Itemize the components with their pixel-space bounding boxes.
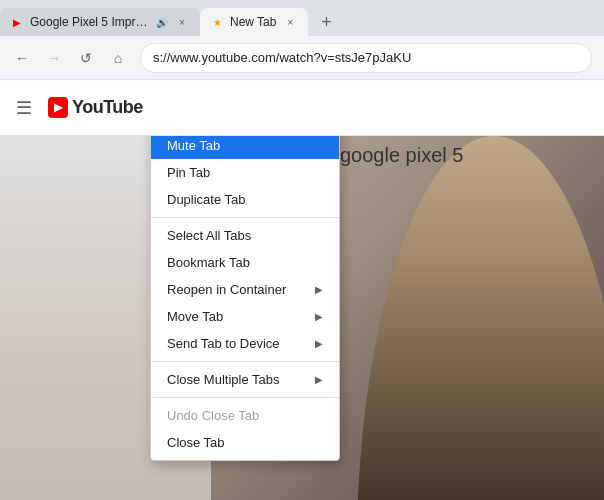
- menu-item-label-pin-tab: Pin Tab: [167, 165, 323, 180]
- menu-separator-4: [151, 217, 339, 218]
- menu-item-arrow-close-multiple: ▶: [315, 374, 323, 385]
- nav-bar: ← → ↺ ⌂ s://www.youtube.com/watch?v=stsJ…: [0, 36, 604, 80]
- menu-separator-9: [151, 361, 339, 362]
- tab-bar: ▶ Google Pixel 5 Impressions... 🔊 × ★ Ne…: [0, 0, 604, 36]
- address-bar[interactable]: s://www.youtube.com/watch?v=stsJe7pJaKU: [140, 43, 592, 73]
- back-button[interactable]: ←: [8, 44, 36, 72]
- menu-item-close-multiple[interactable]: Close Multiple Tabs▶: [151, 366, 339, 393]
- menu-item-pin-tab[interactable]: Pin Tab: [151, 159, 339, 186]
- menu-item-label-close-tab: Close Tab: [167, 435, 323, 450]
- menu-item-close-tab[interactable]: Close Tab: [151, 429, 339, 456]
- menu-item-send-tab-device[interactable]: Send Tab to Device▶: [151, 330, 339, 357]
- menu-item-label-mute-tab: Mute Tab: [167, 138, 323, 153]
- menu-item-label-close-multiple: Close Multiple Tabs: [167, 372, 315, 387]
- tab-title-new-tab: New Tab: [230, 15, 276, 29]
- tab-favicon-google-pixel: ▶: [10, 15, 24, 29]
- menu-item-label-send-tab-device: Send Tab to Device: [167, 336, 315, 351]
- tab-close-google-pixel[interactable]: ×: [174, 14, 190, 30]
- menu-item-label-select-all-tabs: Select All Tabs: [167, 228, 323, 243]
- refresh-button[interactable]: ↺: [72, 44, 100, 72]
- menu-item-label-reopen-container: Reopen in Container: [167, 282, 315, 297]
- menu-item-undo-close: Undo Close Tab: [151, 402, 339, 429]
- main-content: google pixel 5 Reload TabMute TabPin Tab…: [0, 136, 604, 500]
- menu-item-mute-tab[interactable]: Mute Tab: [151, 136, 339, 159]
- menu-item-label-duplicate-tab: Duplicate Tab: [167, 192, 323, 207]
- person-silhouette: [329, 136, 604, 500]
- page-title: google pixel 5: [340, 144, 463, 167]
- menu-item-arrow-send-tab-device: ▶: [315, 338, 323, 349]
- menu-item-label-move-tab: Move Tab: [167, 309, 315, 324]
- tab-audio-icon: 🔊: [156, 17, 168, 28]
- home-button[interactable]: ⌂: [104, 44, 132, 72]
- menu-item-bookmark-tab[interactable]: Bookmark Tab: [151, 249, 339, 276]
- youtube-logo-text: YouTube: [72, 97, 143, 118]
- hamburger-menu[interactable]: ☰: [16, 97, 32, 119]
- tab-close-new-tab[interactable]: ×: [282, 14, 298, 30]
- tab-google-pixel[interactable]: ▶ Google Pixel 5 Impressions... 🔊 ×: [0, 8, 200, 36]
- menu-item-label-bookmark-tab: Bookmark Tab: [167, 255, 323, 270]
- menu-item-select-all-tabs[interactable]: Select All Tabs: [151, 222, 339, 249]
- tab-favicon-new-tab: ★: [210, 15, 224, 29]
- menu-item-reopen-container[interactable]: Reopen in Container▶: [151, 276, 339, 303]
- browser-chrome: ▶ Google Pixel 5 Impressions... 🔊 × ★ Ne…: [0, 0, 604, 80]
- menu-item-duplicate-tab[interactable]: Duplicate Tab: [151, 186, 339, 213]
- menu-separator-10: [151, 397, 339, 398]
- context-menu: Reload TabMute TabPin TabDuplicate TabSe…: [150, 136, 340, 461]
- menu-item-move-tab[interactable]: Move Tab▶: [151, 303, 339, 330]
- youtube-header: ☰ ▶ YouTube: [0, 80, 604, 136]
- tab-new-tab[interactable]: ★ New Tab ×: [200, 8, 308, 36]
- new-tab-button[interactable]: +: [312, 8, 340, 36]
- forward-button[interactable]: →: [40, 44, 68, 72]
- youtube-logo[interactable]: ▶ YouTube: [48, 97, 143, 118]
- menu-item-arrow-reopen-container: ▶: [315, 284, 323, 295]
- menu-item-label-undo-close: Undo Close Tab: [167, 408, 323, 423]
- youtube-logo-icon: ▶: [48, 97, 68, 118]
- menu-item-arrow-move-tab: ▶: [315, 311, 323, 322]
- tab-title-google-pixel: Google Pixel 5 Impressions...: [30, 15, 150, 29]
- address-text: s://www.youtube.com/watch?v=stsJe7pJaKU: [153, 50, 411, 65]
